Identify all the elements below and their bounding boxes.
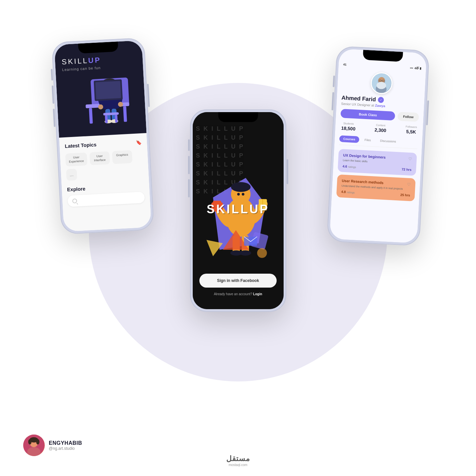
stat-content: Content 2,300 — [374, 123, 386, 133]
left-top-section: SKILL UP Learning can be fun — [54, 40, 146, 137]
follow-button[interactable]: Follow — [397, 112, 419, 122]
center-screen: S K I L L U P S K I L L U P S K I L L U … — [193, 112, 284, 309]
svg-point-40 — [239, 250, 251, 256]
course-hours-ux: 72 hrs — [402, 168, 412, 172]
course-footer-ux: 4.6 ratings 72 hrs — [342, 164, 411, 171]
phone-left: SKILL UP Learning can be fun — [51, 37, 154, 235]
followers-value: 5,5K — [405, 129, 417, 135]
watermark: مستقل mostaql.com — [226, 454, 250, 467]
topic-chip-ux[interactable]: UserExperience — [65, 153, 88, 167]
course-card-ux[interactable]: UX Design for beginners ♡ Learn the basi… — [338, 149, 417, 176]
status-icons: ▪▪▪ 4G ▮ — [410, 66, 422, 70]
center-volume-up — [188, 139, 190, 151]
tab-courses[interactable]: Courses — [339, 135, 359, 143]
author-name-first: ENGY — [49, 440, 64, 446]
right-screen-container: 41 ▪▪▪ 4G ▮ × — [329, 48, 427, 243]
search-bar[interactable] — [67, 191, 145, 207]
watermark-sub: mostaql.com — [229, 463, 247, 467]
latest-topics-title: Latest Topics — [65, 142, 97, 149]
author-name: ENGYHABIB — [49, 440, 82, 446]
followers-label: Followers — [406, 125, 417, 129]
center-power — [287, 159, 288, 184]
right-notch — [363, 50, 403, 62]
action-buttons: Book Class Follow — [340, 109, 419, 122]
book-class-button[interactable]: Book Class — [340, 109, 395, 121]
right-volume-down — [331, 92, 334, 110]
heart-icon-research[interactable]: ♡ — [407, 182, 411, 187]
author-avatar — [23, 435, 45, 456]
svg-point-28 — [241, 193, 244, 196]
students-value: 18,500 — [341, 125, 356, 131]
scene: SKILL UP Learning can be fun — [0, 0, 476, 476]
course-rating-research: 4.8 ratings — [341, 190, 355, 194]
course-footer-research: 4.8 ratings 25 hrs — [341, 190, 410, 197]
phone-center: S K I L L U P S K I L L U P S K I L L U … — [190, 109, 286, 312]
author-name-last: HABIB — [64, 440, 82, 446]
svg-rect-21 — [105, 115, 108, 123]
profile-name: Ahmed Farid — [341, 95, 376, 103]
svg-point-27 — [237, 193, 240, 196]
topic-chip-ui[interactable]: UserInterface — [90, 151, 110, 165]
stat-followers: Followers 5,5K — [405, 125, 417, 135]
company-link[interactable]: Zawya — [375, 103, 385, 108]
latest-topics-header: Latest Topics 🔖 — [65, 139, 142, 149]
left-illustration — [59, 67, 143, 137]
logo-up-text: UP — [88, 56, 101, 65]
verified-badge: ✓ — [378, 97, 384, 103]
silent-button — [53, 109, 55, 127]
center-volume-down — [188, 156, 190, 174]
left-screen: SKILL UP Learning can be fun — [54, 40, 151, 232]
topic-chip-graphics[interactable]: Graphics — [112, 150, 132, 164]
right-silent — [333, 76, 335, 87]
login-link[interactable]: Login — [253, 292, 262, 296]
heart-icon-ux[interactable]: ♡ — [408, 157, 412, 162]
center-notch — [218, 112, 258, 122]
course-card-research[interactable]: User Research methods ♡ Understand the m… — [336, 174, 416, 201]
tab-files[interactable]: Files — [360, 136, 375, 144]
volume-down-button — [52, 86, 54, 104]
course-hours-research: 25 hrs — [400, 193, 410, 197]
svg-rect-2 — [89, 108, 93, 124]
author-text: ENGYHABIB @ng.art.studio — [49, 440, 82, 451]
phone-right: 41 ▪▪▪ 4G ▮ × — [327, 46, 430, 246]
right-screen: 41 ▪▪▪ 4G ▮ × — [329, 48, 427, 243]
center-silent — [188, 179, 190, 197]
content-value: 2,300 — [374, 127, 386, 133]
topic-chip-more[interactable]: ... — [66, 169, 77, 181]
volume-up-button — [51, 69, 53, 81]
bookmark-icon[interactable]: 🔖 — [136, 139, 142, 145]
tab-bar: Courses Files Discussions — [339, 135, 418, 149]
center-screen-container: S K I L L U P S K I L L U P S K I L L U … — [193, 112, 284, 309]
power-button-left — [147, 84, 150, 107]
svg-point-56 — [27, 447, 40, 456]
profile-avatar — [370, 72, 393, 95]
svg-rect-3 — [123, 106, 127, 122]
watermark-logo: مستقل — [226, 454, 250, 463]
tab-discussions[interactable]: Discussions — [376, 137, 400, 145]
search-icon — [72, 198, 77, 203]
course-title-research: User Research methods — [342, 178, 383, 185]
left-screen-container: SKILL UP Learning can be fun — [54, 40, 151, 232]
author-info: ENGYHABIB @ng.art.studio — [23, 435, 82, 456]
signin-facebook-button[interactable]: Sign in with Facebook — [199, 274, 277, 288]
left-notch — [78, 41, 118, 53]
already-account-text: Already have an account? Login — [214, 292, 262, 296]
stat-students: Students 18,500 — [341, 122, 356, 131]
left-bottom-section: Latest Topics 🔖 UserExperience UserInter… — [59, 133, 152, 232]
svg-point-26 — [231, 182, 250, 192]
svg-point-44 — [257, 248, 267, 258]
svg-rect-22 — [115, 115, 118, 123]
svg-point-60 — [28, 439, 32, 444]
topic-chips: UserExperience UserInterface Graphics ..… — [65, 150, 144, 181]
course-rating-ux: 4.6 ratings — [342, 164, 356, 169]
battery-icon: ▮ — [420, 67, 422, 70]
svg-rect-19 — [95, 81, 121, 99]
close-button[interactable]: × — [416, 65, 420, 71]
signal-icon: ▪▪▪ — [410, 66, 413, 70]
right-power — [426, 101, 429, 125]
stats-row: Students 18,500 Content 2,300 Followers … — [340, 122, 418, 135]
students-label: Students — [341, 122, 356, 125]
explore-title: Explore — [67, 182, 144, 192]
course-title-ux: UX Design for beginners — [343, 153, 386, 160]
status-time: 41 — [343, 63, 347, 66]
